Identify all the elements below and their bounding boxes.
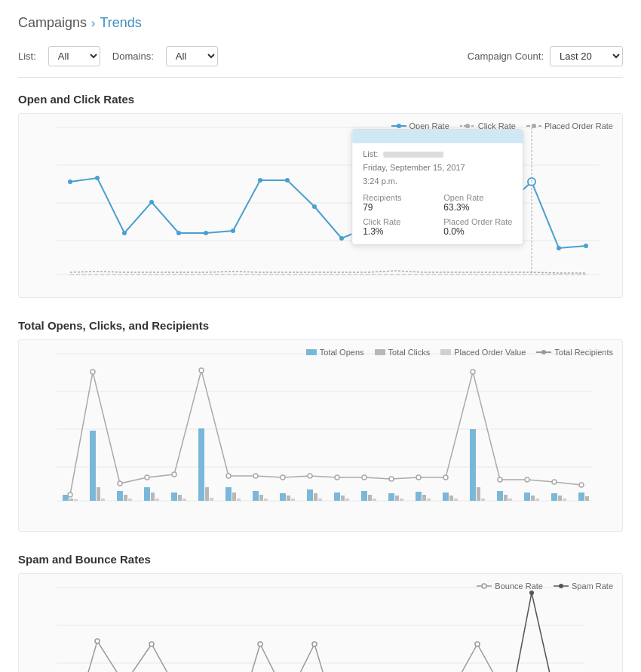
svg-rect-99 xyxy=(427,499,431,501)
svg-point-132 xyxy=(471,370,475,374)
list-select[interactable]: All xyxy=(48,46,100,66)
breadcrumb-separator: › xyxy=(91,17,95,30)
chart1-tooltip: List: Friday, September 15, 2017 3:24 p.… xyxy=(351,129,523,245)
svg-point-138 xyxy=(482,584,486,588)
svg-rect-85 xyxy=(307,489,313,501)
campaign-count-group: Campaign Count: Last 5 Last 10 Last 20 L… xyxy=(468,46,623,66)
legend-placed-order-value: Placed Order Value xyxy=(440,348,526,357)
svg-rect-90 xyxy=(345,499,349,501)
svg-point-118 xyxy=(90,370,95,374)
svg-point-128 xyxy=(362,475,367,480)
open-click-rates-container: Open Rate Click Rate Placed Order Rate 1… xyxy=(18,113,623,298)
svg-rect-110 xyxy=(531,496,535,501)
svg-rect-91 xyxy=(361,491,367,501)
svg-rect-64 xyxy=(117,491,123,501)
svg-rect-61 xyxy=(90,431,96,501)
svg-rect-101 xyxy=(449,496,453,501)
tooltip-list: List: xyxy=(363,149,512,158)
svg-rect-59 xyxy=(69,499,73,501)
svg-point-193 xyxy=(529,591,534,595)
svg-rect-71 xyxy=(178,495,182,501)
tooltip-time: 3:24 p.m. xyxy=(363,176,512,186)
svg-rect-72 xyxy=(182,499,186,501)
svg-rect-60 xyxy=(74,499,78,501)
svg-point-1 xyxy=(397,124,401,128)
legend-spam-rate: Spam Rate xyxy=(554,581,613,591)
list-label: List: xyxy=(18,51,36,62)
svg-rect-98 xyxy=(422,495,426,501)
spam-bounce-legend: Bounce Rate Spam Rate xyxy=(477,581,613,591)
svg-point-34 xyxy=(557,246,561,250)
svg-point-35 xyxy=(584,244,588,248)
svg-rect-103 xyxy=(470,429,476,501)
svg-point-125 xyxy=(281,475,285,480)
svg-point-17 xyxy=(95,176,100,180)
svg-point-20 xyxy=(176,231,181,235)
open-click-rates-section: Open and Click Rates Open Rate Click Rat… xyxy=(18,93,623,298)
total-opens-section: Total Opens, Clicks, and Recipients Tota… xyxy=(18,319,623,532)
svg-rect-77 xyxy=(232,492,236,501)
svg-point-23 xyxy=(258,178,262,183)
svg-point-126 xyxy=(308,474,312,478)
svg-rect-79 xyxy=(253,491,259,501)
svg-rect-109 xyxy=(524,492,530,501)
svg-rect-113 xyxy=(558,496,562,501)
svg-point-19 xyxy=(149,200,154,204)
total-opens-legend: Total Opens Total Clicks Placed Order Va… xyxy=(306,348,613,357)
svg-rect-100 xyxy=(443,492,449,501)
svg-point-3 xyxy=(465,124,470,128)
svg-point-123 xyxy=(226,474,231,478)
svg-rect-102 xyxy=(454,499,458,501)
svg-rect-65 xyxy=(124,495,127,501)
svg-point-5 xyxy=(532,124,536,128)
svg-rect-75 xyxy=(210,498,213,501)
svg-rect-92 xyxy=(368,495,372,501)
svg-point-127 xyxy=(335,475,339,480)
tooltip-placed-order-rate: Placed Order Rate 0.0% xyxy=(443,217,512,237)
svg-point-171 xyxy=(475,642,480,646)
campaign-count-select[interactable]: Last 5 Last 10 Last 20 Last 50 xyxy=(550,46,623,66)
svg-point-24 xyxy=(285,178,290,183)
svg-point-131 xyxy=(443,475,448,480)
legend-total-opens: Total Opens xyxy=(306,348,364,357)
svg-rect-93 xyxy=(373,499,376,501)
svg-rect-66 xyxy=(128,499,132,501)
svg-point-16 xyxy=(68,180,72,184)
svg-rect-73 xyxy=(198,428,204,501)
legend-placed-order-rate: Placed Order Rate xyxy=(526,121,613,130)
svg-point-117 xyxy=(68,492,72,497)
domains-label: Domains: xyxy=(112,51,154,62)
svg-rect-69 xyxy=(155,499,159,501)
svg-rect-67 xyxy=(144,487,150,501)
svg-rect-97 xyxy=(416,492,422,501)
svg-rect-82 xyxy=(280,493,286,501)
svg-rect-107 xyxy=(504,495,508,501)
spam-bounce-chart-svg: 2.00% 1.50% 1.00% 0.50% 0.00% 400.00% 30… xyxy=(57,581,584,672)
svg-rect-63 xyxy=(101,499,105,501)
svg-point-130 xyxy=(416,475,421,480)
svg-rect-105 xyxy=(481,499,485,501)
domains-select[interactable]: All xyxy=(166,46,218,66)
breadcrumb: Campaigns › Trends xyxy=(18,15,623,31)
tooltip-click-rate: Click Rate 1.3% xyxy=(363,217,431,237)
spam-bounce-container: Bounce Rate Spam Rate 2.00% 1.50% 1.00% … xyxy=(18,573,623,672)
open-click-rates-title: Open and Click Rates xyxy=(18,93,623,106)
controls-bar: List: All Domains: All Campaign Count: L… xyxy=(18,46,623,78)
total-opens-container: Total Opens Total Clicks Placed Order Va… xyxy=(18,339,623,532)
svg-rect-78 xyxy=(237,499,241,501)
svg-point-26 xyxy=(339,236,344,241)
svg-rect-112 xyxy=(551,493,557,501)
svg-point-121 xyxy=(172,472,176,477)
svg-point-42 xyxy=(541,350,546,354)
svg-rect-94 xyxy=(388,493,394,501)
svg-point-134 xyxy=(525,477,529,482)
svg-point-136 xyxy=(579,483,584,487)
legend-total-recipients: Total Recipients xyxy=(536,348,613,357)
svg-rect-83 xyxy=(287,496,290,501)
svg-point-119 xyxy=(118,481,122,486)
svg-rect-81 xyxy=(264,499,268,501)
svg-rect-95 xyxy=(395,496,399,501)
tooltip-header xyxy=(352,130,523,143)
svg-rect-111 xyxy=(535,499,539,501)
tooltip-recipients-label: Recipients 79 xyxy=(363,193,431,213)
